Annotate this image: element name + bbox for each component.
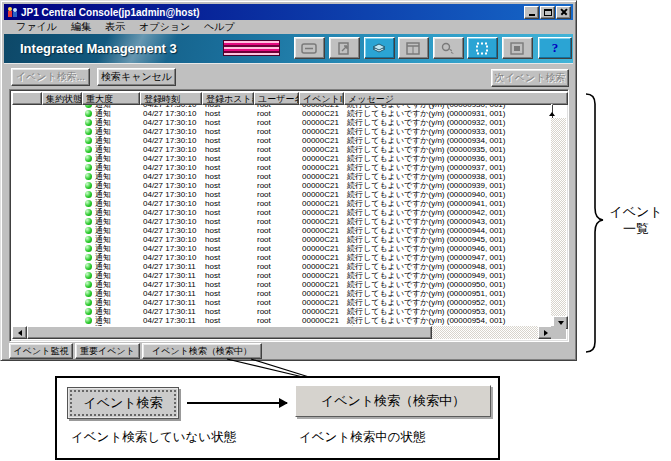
table-row[interactable]: 通知 04/27 17:30:10 host root 00000C21 続行し…	[12, 145, 553, 154]
tab-event-search-searching[interactable]: イベント検索（検索中）	[142, 343, 262, 359]
cell-severity: 通知	[82, 244, 140, 253]
event-search-button-toolbar[interactable]	[364, 37, 395, 59]
table-row[interactable]: 通知 04/27 17:30:10 host root 00000C21 続行し…	[12, 244, 553, 253]
legend-box: イベント検索 イベント検索（検索中） イベント検索していない状態 イベント検索中…	[55, 376, 500, 460]
monitor-window-button[interactable]	[398, 37, 429, 59]
table-row[interactable]: 通知 04/27 17:30:10 host root 00000C21 続行し…	[12, 226, 553, 235]
table-row[interactable]: 通知 04/27 17:30:10 host root 00000C21 続行し…	[12, 190, 553, 199]
tab-event-monitor[interactable]: イベント監視	[9, 343, 73, 359]
menu-file[interactable]: ファイル	[9, 20, 64, 34]
cell-registered-time: 04/27 17:30:10	[140, 181, 202, 190]
maximize-button[interactable]	[540, 6, 555, 19]
table-row[interactable]: 通知 04/27 17:30:10 host root 00000C21 続行し…	[12, 127, 553, 136]
col-registered-time[interactable]: 登録時刻	[140, 92, 202, 105]
col-user-name[interactable]: ユーザー名	[254, 92, 299, 105]
cell-user-name: root	[254, 190, 299, 199]
cell-registered-time: 04/27 17:30:10	[140, 226, 202, 235]
help-button[interactable]: ?	[538, 37, 572, 59]
table-row[interactable]: 通知 04/27 17:30:10 host root 00000C21 続行し…	[12, 118, 553, 127]
event-console-button[interactable]	[294, 37, 325, 59]
cell-blank	[12, 244, 42, 253]
cell-message: 続行してもよいですか(y/n) (00000954, 001)	[344, 316, 553, 325]
severity-notice-icon	[85, 299, 92, 306]
table-row[interactable]: 通知 04/27 17:30:10 host root 00000C21 続行し…	[12, 199, 553, 208]
scroll-left-icon[interactable]	[12, 326, 27, 339]
cell-severity: 通知	[82, 190, 140, 199]
col-event-id[interactable]: イベントID	[299, 92, 344, 105]
cell-registered-host: host	[202, 154, 254, 163]
horizontal-scrollbar[interactable]	[12, 326, 553, 339]
cell-registered-host: host	[202, 172, 254, 181]
table-row[interactable]: 通知 04/27 17:30:11 host root 00000C21 続行し…	[12, 271, 553, 280]
status-window-button[interactable]	[502, 37, 533, 59]
table-row[interactable]: 通知 04/27 17:30:10 host root 00000C21 続行し…	[12, 253, 553, 262]
cell-consolidation-status	[42, 127, 82, 136]
severity-notice-icon	[85, 173, 92, 180]
cell-registered-time: 04/27 17:30:11	[140, 280, 202, 289]
cell-message: 続行してもよいですか(y/n) (00000934, 001)	[344, 136, 553, 145]
titlebar[interactable]: JP1 Central Console(jp1admin@host)	[4, 4, 573, 20]
marquee-refresh-button[interactable]	[467, 37, 498, 59]
cell-consolidation-status	[42, 136, 82, 145]
tool-launcher-button[interactable]	[329, 37, 360, 59]
menu-view[interactable]: 表示	[98, 20, 132, 34]
table-row[interactable]: 通知 04/27 17:30:10 host root 00000C21 続行し…	[12, 208, 553, 217]
table-row[interactable]: 通知 04/27 17:30:10 host root 00000C21 続行し…	[12, 235, 553, 244]
cell-user-name: root	[254, 235, 299, 244]
cell-severity: 通知	[82, 316, 140, 325]
table-row[interactable]: 通知 04/27 17:30:10 host root 00000C21 続行し…	[12, 172, 553, 181]
table-row[interactable]: 通知 04/27 17:30:10 host root 00000C21 続行し…	[12, 109, 553, 118]
col-severity[interactable]: 重大度	[82, 92, 140, 105]
col-registered-host[interactable]: 登録ホスト名	[202, 92, 254, 105]
minimize-button[interactable]	[524, 6, 539, 19]
cell-registered-time: 04/27 17:30:10	[140, 244, 202, 253]
col-consolidation-status[interactable]: 集約状態	[42, 92, 82, 105]
table-row[interactable]: 通知 04/27 17:30:11 host root 00000C21 続行し…	[12, 316, 553, 325]
cell-consolidation-status	[42, 190, 82, 199]
table-row[interactable]: 通知 04/27 17:30:11 host root 00000C21 続行し…	[12, 298, 553, 307]
table-row[interactable]: 通知 04/27 17:30:11 host root 00000C21 続行し…	[12, 262, 553, 271]
cell-registered-time: 04/27 17:30:10	[140, 136, 202, 145]
horizontal-scroll-track[interactable]	[432, 326, 538, 339]
cell-registered-time: 04/27 17:30:10	[140, 127, 202, 136]
table-row[interactable]: 通知 04/27 17:30:10 host root 00000C21 続行し…	[12, 154, 553, 163]
cell-user-name: root	[254, 163, 299, 172]
cell-event-id: 00000C21	[299, 253, 344, 262]
scrollbar-corner	[551, 326, 566, 339]
vertical-scrollbar[interactable]	[551, 105, 566, 329]
event-search-button[interactable]: イベント検索...	[11, 68, 90, 86]
next-event-search-button[interactable]: 次イベント検索	[491, 69, 569, 87]
cell-registered-host: host	[202, 118, 254, 127]
cell-registered-time: 04/27 17:30:10	[140, 253, 202, 262]
menu-edit[interactable]: 編集	[64, 20, 98, 34]
close-button[interactable]	[556, 6, 571, 19]
cell-consolidation-status	[42, 271, 82, 280]
menu-options[interactable]: オプション	[132, 20, 197, 34]
horizontal-scroll-thumb[interactable]	[27, 326, 432, 339]
cell-user-name: root	[254, 172, 299, 181]
table-row[interactable]: 通知 04/27 17:30:10 host root 00000C21 続行し…	[12, 136, 553, 145]
severity-notice-icon	[85, 290, 92, 297]
table-row[interactable]: 通知 04/27 17:30:11 host root 00000C21 続行し…	[12, 289, 553, 298]
menu-help[interactable]: ヘルプ	[197, 20, 242, 34]
table-row[interactable]: 通知 04/27 17:30:10 host root 00000C21 続行し…	[12, 163, 553, 172]
table-row[interactable]: 通知 04/27 17:30:11 host root 00000C21 続行し…	[12, 307, 553, 316]
cancel-search-button[interactable]: 検索キャンセル	[97, 68, 176, 86]
col-blank[interactable]	[12, 92, 42, 105]
event-list-label-line1: イベント	[606, 203, 666, 220]
table-row[interactable]: 通知 04/27 17:30:11 host root 00000C21 続行し…	[12, 280, 553, 289]
col-message[interactable]: メッセージ	[344, 92, 568, 105]
cell-registered-host: host	[202, 127, 254, 136]
cell-event-id: 00000C21	[299, 289, 344, 298]
table-row[interactable]: 通知 04/27 17:30:10 host root 00000C21 続行し…	[12, 181, 553, 190]
severity-notice-icon	[85, 272, 92, 279]
severity-notice-icon	[85, 155, 92, 162]
cell-blank	[12, 235, 42, 244]
event-rows: 通知 04/27 17:30:10 host root 00000C21 続行し…	[12, 105, 553, 329]
table-row[interactable]: 通知 04/27 17:30:10 host root 00000C21 続行し…	[12, 217, 553, 226]
tab-severe-events[interactable]: 重要イベント	[75, 343, 140, 359]
vertical-scroll-track[interactable]	[551, 118, 566, 316]
callout-line-2	[251, 359, 309, 377]
severity-notice-icon	[85, 245, 92, 252]
visual-monitor-button[interactable]	[433, 37, 464, 59]
